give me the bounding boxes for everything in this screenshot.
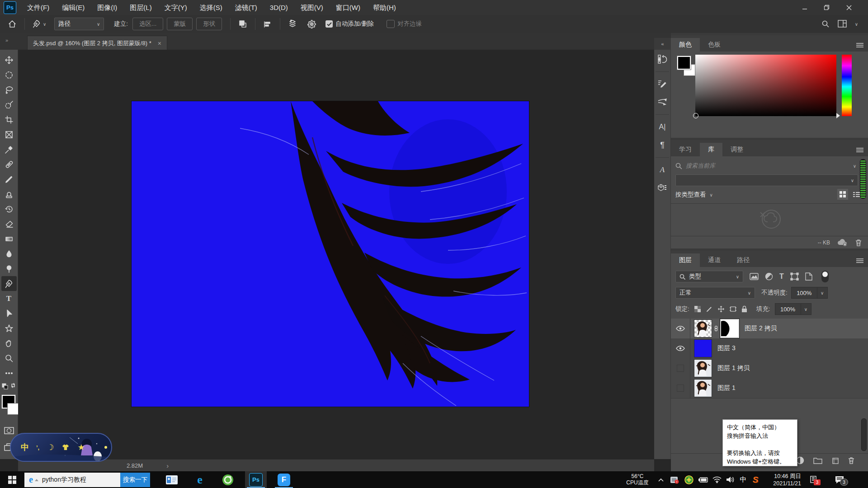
- visibility-toggle[interactable]: [671, 358, 690, 378]
- trash-icon[interactable]: [855, 239, 862, 246]
- tab-layers[interactable]: 图层: [671, 253, 700, 267]
- lock-all-icon[interactable]: [741, 305, 747, 313]
- tray-sogou-icon[interactable]: S: [750, 471, 761, 488]
- hand-tool[interactable]: [1, 336, 17, 351]
- tray-security-icon[interactable]: !: [668, 471, 681, 488]
- home-icon[interactable]: [5, 17, 20, 32]
- search-icon[interactable]: [821, 20, 830, 28]
- menu-select[interactable]: 选择(S): [193, 0, 229, 15]
- path-alignment-icon[interactable]: [260, 17, 275, 32]
- opacity-dropdown-icon[interactable]: ∨: [817, 287, 828, 299]
- lock-pixels-icon[interactable]: [706, 305, 713, 313]
- taskbar-f-app[interactable]: F: [273, 471, 295, 488]
- fill-dropdown-icon[interactable]: ∨: [801, 303, 811, 315]
- make-selection-button[interactable]: 选区...: [132, 18, 163, 30]
- layer-name[interactable]: 图层 1 拷贝: [717, 364, 750, 372]
- tray-clock[interactable]: 10:46 周日2021/11/21: [765, 473, 801, 487]
- layer-thumbnail[interactable]: [694, 379, 712, 397]
- eraser-tool[interactable]: [1, 216, 17, 231]
- auto-add-delete-checkbox[interactable]: [326, 20, 333, 28]
- search-go-button[interactable]: 搜索一下: [120, 473, 150, 487]
- sogou-skin-shirt-icon[interactable]: [61, 444, 70, 451]
- path-arrangement-icon[interactable]: [285, 17, 300, 32]
- window-minimize-button[interactable]: [795, 0, 815, 15]
- glyphs-icon[interactable]: [656, 182, 668, 194]
- filter-toggle[interactable]: [821, 271, 829, 282]
- hue-slider[interactable]: [842, 55, 852, 116]
- close-tab-icon[interactable]: ×: [158, 40, 161, 47]
- view-by-type[interactable]: 按类型查看∨: [675, 191, 713, 199]
- tab-channels[interactable]: 通道: [700, 253, 729, 267]
- sogou-cn-mode[interactable]: 中: [21, 442, 29, 453]
- layer-row[interactable]: 图层 1: [671, 378, 868, 399]
- pasteboard[interactable]: [18, 50, 654, 459]
- tray-volume-icon[interactable]: [724, 471, 737, 488]
- type-tool[interactable]: T: [1, 291, 17, 306]
- notification-center-icon[interactable]: 3: [832, 471, 847, 488]
- filter-shape-layers-icon[interactable]: [790, 272, 799, 281]
- paragraph-panel-icon[interactable]: ¶: [656, 139, 668, 151]
- layer-thumbnail[interactable]: [694, 319, 712, 338]
- status-expand-icon[interactable]: ›: [166, 462, 169, 469]
- layers-scrollbar[interactable]: [861, 418, 867, 451]
- layer-row[interactable]: 图层 1 拷贝: [671, 358, 868, 379]
- tray-green-plus-icon[interactable]: [683, 471, 695, 488]
- dodge-tool[interactable]: [1, 261, 17, 276]
- chevron-down-icon[interactable]: ∨: [855, 22, 858, 27]
- sogou-moon-icon[interactable]: ☽: [47, 442, 54, 452]
- sogou-ime-bar[interactable]: 中 ’, ☽ ★: [10, 433, 112, 462]
- tab-paths[interactable]: 路径: [729, 253, 758, 267]
- taskbar-photoshop-app[interactable]: Ps: [245, 471, 267, 488]
- lasso-tool[interactable]: [1, 82, 17, 97]
- layer-name[interactable]: 图层 2 拷贝: [745, 324, 777, 333]
- quick-mask-icon[interactable]: [1, 423, 17, 438]
- menu-view[interactable]: 视图(V): [294, 0, 330, 15]
- layer-row[interactable]: 图层 3: [671, 338, 868, 359]
- tray-app-badge-icon[interactable]: 3: [807, 471, 821, 488]
- lock-artboard-icon[interactable]: [729, 305, 737, 313]
- visibility-toggle[interactable]: [671, 338, 690, 358]
- custom-shape-tool[interactable]: [1, 321, 17, 336]
- gear-icon[interactable]: [304, 17, 319, 32]
- panel-menu-icon[interactable]: [856, 258, 863, 263]
- menu-3d[interactable]: 3D(D): [264, 0, 294, 15]
- tray-wifi-icon[interactable]: [711, 471, 723, 488]
- crop-tool[interactable]: [1, 112, 17, 127]
- menu-image[interactable]: 图像(I): [91, 0, 123, 15]
- layer-name[interactable]: 图层 3: [717, 344, 736, 352]
- history-icon[interactable]: [656, 53, 668, 65]
- menu-edit[interactable]: 编辑(E): [56, 0, 91, 15]
- hue-slider-arrow[interactable]: [836, 113, 840, 118]
- move-tool[interactable]: [1, 52, 17, 67]
- tray-expand-icon[interactable]: [656, 471, 666, 488]
- taskbar-search-box[interactable]: e python学习教程 搜索一下: [24, 473, 150, 487]
- tray-ime-indicator[interactable]: 中: [738, 471, 749, 488]
- layer-mask-thumbnail[interactable]: [720, 319, 739, 338]
- tab-swatches[interactable]: 色板: [700, 38, 729, 52]
- path-selection-tool[interactable]: [1, 306, 17, 321]
- taskbar-browser360-app[interactable]: [217, 471, 239, 488]
- pen-mode-select[interactable]: 路径∨: [54, 18, 104, 30]
- color-field-cursor[interactable]: [693, 113, 698, 118]
- history-brush-tool[interactable]: [1, 202, 17, 216]
- visibility-toggle[interactable]: [671, 319, 690, 338]
- foreground-background-swatches[interactable]: [1, 394, 17, 419]
- panel-foreground-swatch[interactable]: [677, 56, 691, 70]
- default-swap-colors[interactable]: [1, 381, 17, 392]
- filter-adjustment-layers-icon[interactable]: [765, 272, 773, 281]
- tray-battery-icon[interactable]: [697, 471, 710, 488]
- blur-tool[interactable]: [1, 246, 17, 261]
- taskbar-edge-app[interactable]: e: [189, 471, 211, 488]
- make-mask-button[interactable]: 蒙版: [167, 18, 193, 30]
- layer-thumbnail[interactable]: [694, 359, 712, 377]
- fill-value[interactable]: 100%: [775, 303, 801, 315]
- character-styles-icon[interactable]: A: [656, 164, 668, 176]
- toolbar-expand-icon[interactable]: »: [5, 38, 8, 43]
- library-select[interactable]: ∨: [675, 174, 858, 186]
- sogou-star-icon[interactable]: ★: [77, 442, 85, 452]
- workspace-layout-icon[interactable]: [838, 20, 847, 28]
- blend-mode-select[interactable]: 正常∨: [675, 287, 755, 299]
- sogou-punctuation-icon[interactable]: ’,: [36, 444, 39, 451]
- more-tools-icon[interactable]: [1, 366, 17, 380]
- document-tab[interactable]: 头发.psd @ 160% (图层 2 拷贝, 图层蒙版/8) * ×: [27, 36, 167, 50]
